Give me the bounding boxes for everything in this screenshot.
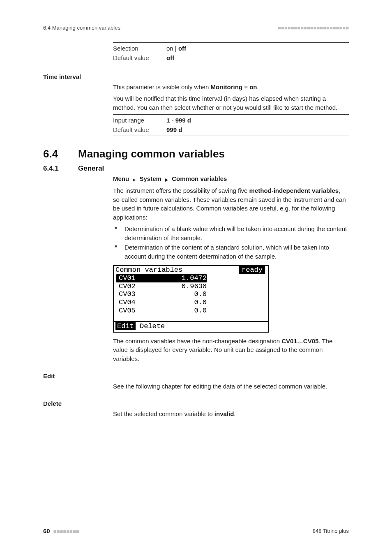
lcd-var-name: CV01 [116,274,153,282]
page-number-block: 60 ■■■■■■■■ [43,527,79,534]
section-number: 6.4 [43,148,78,160]
lcd-title: Common variables [115,266,182,274]
footer-ornament: ■■■■■■■■ [53,528,79,534]
lcd-var-value: 0.0 [153,298,207,307]
lcd-header: Common variables ready [114,266,268,275]
lcd-var-name: CV03 [116,290,153,298]
delete-heading: Delete [43,400,349,407]
lcd-body: CV011.0472 CV020.9638 CV030.0 CV040.0 CV… [114,274,268,321]
lcd-var-value: 1.0472 [153,274,207,282]
lcd-var-value: 0.0 [153,307,207,315]
svg-marker-1 [165,178,168,182]
lcd-row: CV040.0 [116,298,266,307]
default-value: 999 d [166,125,182,135]
time-interval-p1: This parameter is visible only when Moni… [113,83,349,92]
selection-value: on | off [166,44,186,53]
chevron-right-icon [165,176,168,183]
runhead-ornament: ■■■■■■■■■■■■■■■■■■■■■■ [278,25,349,31]
bullet-list: Determination of a blank value which wil… [113,224,349,261]
cv-description: The common variables have the non-change… [113,337,349,363]
edit-text: See the following chapter for editing th… [113,382,349,391]
section-heading: 6.4 Managing common variables [43,148,349,160]
lcd-var-name: CV02 [116,282,153,291]
selection-table: Selection on | off Default value off [113,42,349,64]
intro-paragraph: The instrument offers the possibility of… [113,186,349,222]
breadcrumb-item: Menu [113,175,129,182]
lcd-delete-button: Delete [136,322,165,330]
subsection-heading: 6.4.1 General [43,164,349,173]
delete-text: Set the selected common variable to inva… [113,409,349,419]
table-row: Default value off [113,53,349,63]
breadcrumb-item: System [140,175,161,182]
running-header: 6.4 Managing common variables ■■■■■■■■■■… [43,25,349,31]
input-range-label: Input range [113,116,166,125]
lcd-row: CV050.0 [116,307,266,315]
lcd-screenshot: Common variables ready CV011.0472 CV020.… [113,265,269,333]
section-title: Managing common variables [78,148,225,160]
breadcrumb-item: Common variables [172,175,227,182]
lcd-spacer [116,314,266,320]
subsection-title: General [78,164,104,173]
time-interval-heading: Time interval [43,73,349,80]
lcd-status: ready [239,266,265,274]
edit-heading: Edit [43,372,349,379]
lcd-var-value: 0.0 [153,290,207,298]
lcd-row: CV011.0472 [116,274,266,282]
default-value: off [166,53,174,63]
table-row: Selection on | off [113,44,349,53]
list-item: Determination of the content of a standa… [123,243,349,261]
doc-title: 848 Titrino plus [313,528,349,534]
svg-marker-0 [133,178,136,182]
chevron-right-icon [132,176,136,183]
lcd-row: CV030.0 [116,290,266,298]
time-interval-p2: You will be notified that this time inte… [113,94,349,112]
page-footer: 60 ■■■■■■■■ 848 Titrino plus [43,527,349,534]
table-row: Default value 999 d [113,125,349,135]
table-row: Input range 1 - 999 d [113,116,349,125]
lcd-edit-button: Edit [115,322,136,330]
lcd-var-value: 0.9638 [153,282,207,291]
default-label: Default value [113,53,166,63]
lcd-footer: Edit Delete [114,321,268,332]
lcd-row: CV020.9638 [116,282,266,291]
breadcrumb: Menu System Common variables [113,175,349,183]
input-range-table: Input range 1 - 999 d Default value 999 … [113,114,349,136]
lcd-var-name: CV04 [116,298,153,307]
runhead-section: 6.4 Managing common variables [43,25,120,31]
list-item: Determination of a blank value which wil… [123,224,349,243]
selection-label: Selection [113,44,166,53]
subsection-number: 6.4.1 [43,164,78,173]
input-range-value: 1 - 999 d [166,116,191,125]
default-label: Default value [113,125,166,135]
lcd-var-name: CV05 [116,307,153,315]
page-number: 60 [43,527,50,534]
